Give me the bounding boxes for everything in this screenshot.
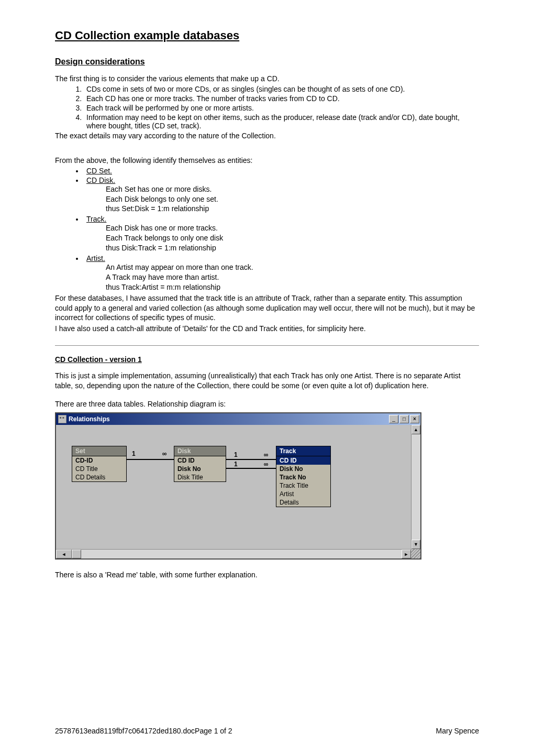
footer-left: 25787613ead8119fbf7c064172ded180.docPage… — [55, 727, 232, 735]
window-title: Relationships — [69, 415, 389, 423]
catchall-text: I have also used a catch-all attribute o… — [55, 324, 479, 334]
v1-paragraph-2: There are three data tables. Relationshi… — [55, 399, 479, 409]
table-title: Track — [276, 446, 330, 456]
table-set[interactable]: Set CD-ID CD Title CD Details — [72, 446, 127, 482]
field[interactable]: Details — [276, 498, 330, 507]
field[interactable]: Disk No — [276, 465, 330, 473]
field[interactable]: Artist — [276, 490, 330, 498]
scroll-right-button[interactable]: ► — [402, 550, 411, 558]
cardinality-many: ∞ — [162, 450, 167, 457]
entity-name: CD Disk. — [86, 176, 115, 184]
entities-list: CD Set. CD Disk. Each Set has one or mor… — [55, 167, 479, 292]
scroll-thumb[interactable] — [72, 550, 81, 558]
entity-subline: thus Disk:Track = 1:m relationship — [106, 243, 479, 253]
relationship-line — [226, 468, 276, 469]
v1-paragraph-3: There is also a 'Read me' table, with so… — [55, 570, 479, 580]
entity-subline: Each Disk has one or more tracks. — [106, 223, 479, 233]
version1-heading: CD Collection - version 1 — [55, 355, 479, 364]
divider — [55, 345, 479, 346]
field[interactable]: CD Details — [72, 473, 126, 481]
entity-subline: An Artist may appear on more than one tr… — [106, 262, 479, 272]
entities-intro: From the above, the following identify t… — [55, 156, 479, 166]
field[interactable]: Track No — [276, 473, 330, 481]
v1-paragraph-1: This is just a simple implementation, as… — [55, 371, 479, 391]
list-item: Each track will be performed by one or m… — [84, 104, 479, 112]
cardinality-many: ∞ — [264, 461, 269, 468]
scroll-left-button[interactable]: ◄ — [56, 550, 72, 558]
numbered-list: CDs come in sets of two or more CDs, or … — [55, 85, 479, 130]
field[interactable]: CD ID — [174, 456, 226, 465]
cardinality-many: ∞ — [264, 451, 269, 458]
list-item: Each CD has one or more tracks. The numb… — [84, 94, 479, 103]
scroll-up-button[interactable]: ▲ — [411, 425, 420, 434]
minimize-button[interactable]: _ — [389, 415, 398, 423]
entity-subline: A Track may have more than artist. — [106, 272, 479, 282]
entity-name: Track. — [86, 215, 106, 223]
list-item: CDs come in sets of two or more CDs, or … — [84, 85, 479, 93]
entity-item: Track. Each Disk has one or more tracks.… — [84, 215, 479, 253]
cardinality-one: 1 — [234, 451, 238, 458]
page-title: CD Collection example databases — [55, 29, 479, 42]
entity-subline: thus Track:Artist = m:m relationship — [106, 282, 479, 292]
field[interactable]: Disk No — [174, 465, 226, 473]
section-design-heading: Design considerations — [55, 57, 479, 67]
relationship-line — [127, 459, 174, 460]
entity-subline: Each Set has one or more disks. — [106, 184, 479, 194]
maximize-button[interactable]: □ — [399, 415, 409, 423]
entity-subline: Each Disk belongs to only one set. — [106, 194, 479, 204]
intro-text: The first thing is to consider the vario… — [55, 74, 479, 84]
entity-name: CD Set. — [86, 167, 112, 175]
assumption-text: For these databases, I have assumed that… — [55, 293, 479, 323]
entity-item: CD Set. — [84, 167, 479, 175]
table-title: Set — [72, 446, 126, 456]
page-footer: 25787613ead8119fbf7c064172ded180.docPage… — [55, 727, 479, 735]
cardinality-one: 1 — [234, 461, 238, 468]
relationships-canvas[interactable]: Set CD-ID CD Title CD Details Disk CD ID… — [56, 425, 420, 558]
horizontal-scrollbar[interactable]: ◄ ► — [56, 549, 411, 558]
field[interactable]: Disk Title — [174, 473, 226, 481]
list-item: Information may need to be kept on other… — [84, 113, 479, 130]
entity-item: Artist. An Artist may appear on more tha… — [84, 254, 479, 292]
cardinality-one: 1 — [132, 450, 136, 457]
entity-subline: thus Set:Disk = 1:m relationship — [106, 204, 479, 214]
app-icon — [58, 415, 66, 423]
entity-name: Artist. — [86, 254, 105, 262]
close-button[interactable]: × — [410, 415, 419, 423]
resize-handle[interactable] — [411, 549, 420, 558]
relationships-window: Relationships _ □ × Set CD-ID CD Title C… — [55, 412, 421, 560]
field[interactable]: CD-ID — [72, 456, 126, 465]
vertical-scrollbar[interactable]: ▲ ▼ — [411, 425, 420, 549]
intro-after-text: The exact details may vary according to … — [55, 131, 479, 141]
field[interactable]: Track Title — [276, 481, 330, 490]
entity-item: CD Disk. Each Set has one or more disks.… — [84, 176, 479, 214]
table-title: Disk — [174, 446, 226, 456]
window-titlebar[interactable]: Relationships _ □ × — [56, 413, 420, 425]
field[interactable]: CD Title — [72, 465, 126, 473]
footer-right: Mary Spence — [436, 727, 479, 735]
table-disk[interactable]: Disk CD ID Disk No Disk Title — [174, 446, 226, 482]
relationship-line — [226, 459, 276, 460]
scroll-down-button[interactable]: ▼ — [411, 540, 420, 549]
table-track[interactable]: Track CD ID Disk No Track No Track Title… — [276, 446, 331, 507]
entity-subline: Each Track belongs to only one disk — [106, 233, 479, 243]
field[interactable]: CD ID — [276, 456, 330, 465]
